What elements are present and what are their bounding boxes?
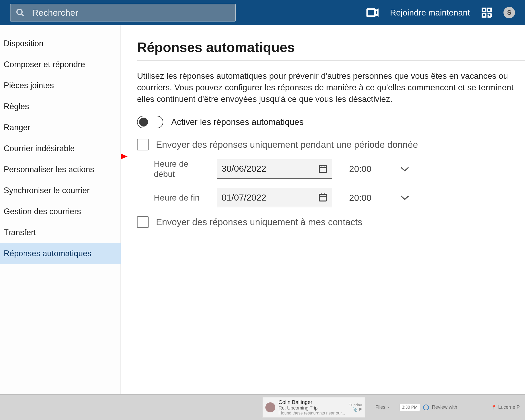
avatar-letter: S	[507, 9, 511, 16]
sidebar-item-automatic-replies[interactable]: Réponses automatiques	[0, 243, 121, 264]
background-strip: Colin Ballinger Re: Upcoming Trip I foun…	[0, 394, 525, 420]
sidebar-item-rules[interactable]: Règles	[0, 96, 121, 117]
join-now-link[interactable]: Rejoindre maintenant	[390, 8, 470, 18]
svg-rect-3	[482, 8, 486, 12]
search-icon	[16, 8, 25, 17]
divider	[137, 60, 525, 61]
page-description: Utilisez les réponses automatiques pour …	[137, 70, 525, 105]
mail-preview: I found these restaurants near our...	[279, 411, 345, 416]
svg-point-0	[17, 9, 22, 14]
main-panel: Réponses automatiques Utilisez les répon…	[121, 25, 525, 394]
page-title: Réponses automatiques	[137, 39, 525, 55]
app-header: Rechercher Rejoindre maintenant S	[0, 0, 525, 25]
sidebar-item-forwarding[interactable]: Transfert	[0, 222, 121, 243]
contacts-only-label: Envoyer des réponses uniquement à mes co…	[156, 217, 362, 227]
period-checkbox-label: Envoyer des réponses uniquement pendant …	[156, 139, 418, 150]
header-actions: Rejoindre maintenant S	[366, 7, 515, 18]
sender-name: Colin Ballinger	[279, 399, 345, 405]
calendar-icon	[318, 193, 328, 202]
calendar-chip[interactable]: 3:30 PM Review with	[400, 404, 457, 411]
files-chip[interactable]: Files›	[375, 405, 389, 410]
end-date-value: 01/07/2022	[222, 192, 266, 203]
sidebar-item-sweep[interactable]: Ranger	[0, 117, 121, 138]
start-time-value[interactable]: 20:00	[349, 164, 371, 174]
period-checkbox[interactable]	[137, 139, 149, 150]
svg-rect-12	[319, 166, 327, 172]
mail-preview-card[interactable]: Colin Ballinger Re: Upcoming Trip I foun…	[262, 397, 365, 418]
svg-rect-5	[482, 13, 486, 17]
sender-avatar	[265, 402, 275, 412]
sidebar-item-sync[interactable]: Synchroniser le courrier	[0, 180, 121, 201]
map-chip[interactable]: 📍Lucerne P	[491, 405, 525, 410]
search-placeholder: Rechercher	[32, 8, 78, 18]
mail-subject: Re: Upcoming Trip	[279, 405, 345, 411]
start-date-value: 30/06/2022	[222, 164, 266, 174]
svg-marker-11	[121, 150, 128, 163]
svg-line-1	[22, 14, 24, 16]
mail-day: Sunday	[349, 403, 362, 407]
start-date-input[interactable]: 30/06/2022	[217, 159, 332, 179]
contacts-only-checkbox[interactable]	[137, 216, 149, 228]
start-time-label: Heure de début	[154, 159, 206, 179]
chevron-down-icon[interactable]	[400, 195, 410, 201]
sidebar-item-disposition[interactable]: Disposition	[0, 33, 121, 54]
sidebar-item-junk[interactable]: Courrier indésirable	[0, 138, 121, 159]
sidebar-item-attachments[interactable]: Pièces jointes	[0, 75, 121, 96]
calendar-icon	[318, 164, 328, 174]
camera-icon[interactable]	[366, 8, 379, 17]
end-time-label: Heure de fin	[154, 193, 206, 203]
avatar[interactable]: S	[503, 7, 515, 18]
search-input[interactable]: Rechercher	[10, 4, 236, 22]
end-date-input[interactable]: 01/07/2022	[217, 188, 332, 207]
enable-autoreply-toggle[interactable]	[137, 116, 163, 128]
svg-rect-4	[487, 8, 491, 12]
tutorial-arrow-icon	[121, 149, 128, 164]
svg-rect-2	[367, 9, 375, 16]
chevron-down-icon[interactable]	[400, 166, 410, 172]
settings-sidebar: Disposition Composer et répondre Pièces …	[0, 25, 121, 394]
qr-icon[interactable]	[481, 7, 492, 18]
sidebar-item-mail-handling[interactable]: Gestion des courriers	[0, 201, 121, 222]
svg-rect-16	[319, 194, 327, 201]
end-time-value[interactable]: 20:00	[349, 193, 371, 203]
enable-autoreply-label: Activer les réponses automatiques	[171, 117, 303, 127]
sidebar-item-compose[interactable]: Composer et répondre	[0, 54, 121, 75]
sidebar-item-customize[interactable]: Personnaliser les actions	[0, 159, 121, 180]
